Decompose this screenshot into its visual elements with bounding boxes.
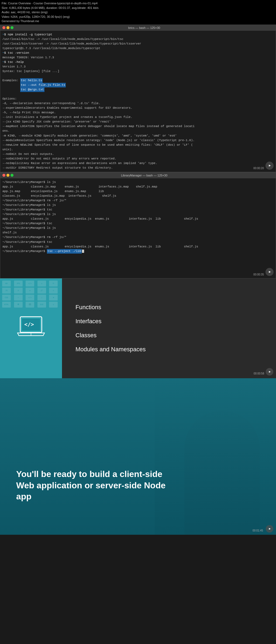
terminal-2-timestamp: 00:00:35: [253, 273, 264, 276]
terminal-line: ~/Source/LibraryManager$ rm -rf js/*: [2, 235, 274, 240]
pattern-item: ⊞: [14, 288, 23, 294]
titlebar-dots-1: [2, 26, 13, 29]
terminal-line: [2, 263, 274, 267]
pattern-item: ⟳: [49, 281, 58, 287]
terminal-line: typescript@1.7.3 /usr/local/lib/node_mod…: [2, 46, 274, 51]
pattern-item: HD: [2, 281, 11, 287]
meta-info-panel: File: Course Overview - Course Overview-…: [0, 0, 276, 25]
pattern-item: JPG: [14, 281, 23, 287]
terminal-line: -d, --declaration Generates correspondin…: [2, 101, 274, 106]
terminal-line: [2, 92, 274, 97]
meta-size: Size: 4,861,430 bytes (4.64 MiB), durati…: [2, 6, 274, 10]
terminal-line: -m KIND, --module KIND Specify module co…: [2, 134, 274, 138]
hero-section: You'll be ready to build a client-side W…: [0, 378, 276, 535]
terminal-line: app.js classes.js.map enums.js interface…: [2, 185, 274, 189]
terminal-line: ~/Source/LibraryManager$ tsc: [2, 240, 274, 244]
menu-item-classes[interactable]: Classes: [75, 330, 263, 341]
terminal-line: /usr/local/bin/tsc -> /usr/local/lib/nod…: [2, 37, 274, 42]
pattern-item: HTML: [2, 302, 11, 308]
terminal-line: app.js classes.js encyclopedia.js enums.…: [2, 217, 274, 221]
terminal-line: ~/Source/LibraryManager$ tsc: [2, 221, 274, 226]
pattern-item: ⚙: [49, 288, 58, 294]
pattern-item: 🛠: [14, 302, 23, 308]
terminal-line: ~/Source/LibraryManager$ ls js: [2, 203, 274, 207]
terminal-line: shelf.js: [2, 230, 274, 235]
pattern-item: EXE: [37, 302, 46, 308]
terminal-line: ~/Source/LibraryManager$ rm -rf js/*: [2, 198, 274, 203]
terminal-2-title: LibraryManager — bash — 125×30: [15, 174, 274, 177]
terminal-2-play-button[interactable]: [265, 268, 274, 276]
menu-item-functions[interactable]: Functions: [75, 302, 263, 313]
course-timestamp: 00:00:58: [254, 372, 264, 375]
terminal-1: brics — bash — 125×30 ~$ npm install -g …: [0, 25, 276, 172]
terminal-line: ~/Source/LibraryManager$ tsc --project .…: [2, 249, 274, 254]
meta-generated: Generated by Thumbnail.me: [2, 19, 274, 23]
dot-close-1[interactable]: [2, 26, 5, 29]
dot-maximize-2[interactable]: [11, 174, 13, 177]
terminal-line: ~/Source/LibraryManager$ tsc: [2, 207, 274, 212]
menu-item-modules[interactable]: Modules and Namespaces: [75, 344, 263, 355]
terminal-1-title: brics — bash — 125×30: [15, 26, 274, 29]
dot-minimize-1[interactable]: [6, 26, 9, 29]
dot-close-2[interactable]: [2, 174, 5, 177]
menu-item-interfaces[interactable]: Interfaces: [75, 316, 263, 327]
terminal-line: app.js classes.js encyclopedia.js enums.…: [2, 244, 274, 249]
terminal-line: /usr/local/bin/tsserver -> /usr/local/li…: [2, 42, 274, 46]
dot-minimize-2[interactable]: [6, 174, 9, 177]
terminal-1-timestamp: 00:00:20: [253, 167, 264, 170]
course-play-button[interactable]: [266, 368, 273, 376]
pattern-item: ◆: [26, 288, 34, 294]
terminal-line: ~$ tsc -help: [2, 60, 274, 64]
pattern-item: 💾: [26, 302, 34, 308]
titlebar-dots-2: [2, 174, 13, 177]
terminal-line: [2, 267, 274, 272]
hero-play-button[interactable]: [266, 525, 273, 533]
hero-overlay: [0, 378, 276, 535]
pattern-item: </>: [26, 281, 34, 287]
meta-audio: Audio: aac, 44100 Hz, stereo (eng): [2, 10, 274, 15]
course-left-panel: HD JPG </> ⚙ ⟳ JS ⊞ ◆ 🔗 ⚙ CSS ⌨ </> ♬ ■ …: [0, 278, 62, 378]
terminal-1-titlebar: brics — bash — 125×30: [0, 25, 276, 31]
pattern-item: ■: [49, 295, 58, 301]
terminal-line: tsc @args.txt: [2, 87, 274, 92]
hero-text-block: You'll be ready to build a client-side W…: [16, 469, 260, 502]
dot-maximize-1[interactable]: [11, 26, 13, 29]
pattern-item: ⌨: [14, 295, 23, 301]
pattern-item: ♬: [37, 295, 46, 301]
terminal-1-body: ~$ npm install -g typescript /usr/local/…: [0, 31, 276, 172]
course-section: HD JPG </> ⚙ ⟳ JS ⊞ ◆ 🔗 ⚙ CSS ⌨ </> ♬ ■ …: [0, 278, 276, 378]
terminal-line: app.js.map encyclopedia.js enums.js.map …: [2, 189, 274, 194]
terminal-line: ~$ tsc -version: [2, 51, 274, 55]
terminal-line: ~/Source/LibraryManager$ ls js: [2, 226, 274, 230]
terminal-line: ~/Source/LibraryManager$ ls js: [2, 212, 274, 217]
terminal-line: [2, 74, 274, 78]
laptop-icon: </>: [16, 315, 46, 341]
terminal-2-body: ~/Source/LibraryManager$ ls js app.js cl…: [0, 178, 276, 278]
course-menu-panel: Functions Interfaces Classes Modules and…: [62, 278, 276, 378]
terminal-line: [2, 258, 274, 263]
hero-timestamp: 00:01:45: [253, 529, 263, 532]
terminal-line: --newLine NEWLINE Specifies the end of l…: [2, 143, 274, 147]
terminal-line: ~$ npm install -g typescript: [2, 32, 274, 37]
terminal-line: -h, --help Print this message.: [2, 110, 274, 115]
meta-video: Video: h264, yuv420p, 1280×720, 30.00 fp…: [2, 15, 274, 19]
terminal-line: --init Initializes a TypeScript project …: [2, 115, 274, 120]
terminal-line: --moduleResolution Specifies module reso…: [2, 138, 274, 143]
pattern-item: CSS: [2, 295, 11, 301]
terminal-line: ~/Source/LibraryManager$ ls js: [2, 180, 274, 185]
pattern-item: ⚙: [37, 281, 46, 287]
terminal-line: Examples: tsc hello.ts: [2, 78, 274, 83]
terminal-line: ons.: [2, 129, 274, 133]
terminal-1-play-button[interactable]: [265, 162, 274, 170]
hero-heading: You'll be ready to build a client-side W…: [16, 469, 172, 502]
meta-file: File: Course Overview - Course Overview-…: [2, 1, 274, 6]
terminal-line: --experimentalDecorators Enables experim…: [2, 106, 274, 110]
pattern-item: 🔗: [37, 288, 46, 294]
terminal-line: --noEmit Do not emit outputs.: [2, 152, 274, 156]
terminal-2: LibraryManager — bash — 125×30 ~/Source/…: [0, 172, 276, 278]
terminal-line: --outDir DIRECTORY Redirect output struc…: [2, 166, 274, 170]
terminal-line: message TS6029: Version 1.7.3: [2, 55, 274, 60]
pattern-item: ⚙: [49, 302, 58, 308]
terminal-line: [2, 254, 274, 258]
pattern-item: JS: [2, 288, 11, 294]
